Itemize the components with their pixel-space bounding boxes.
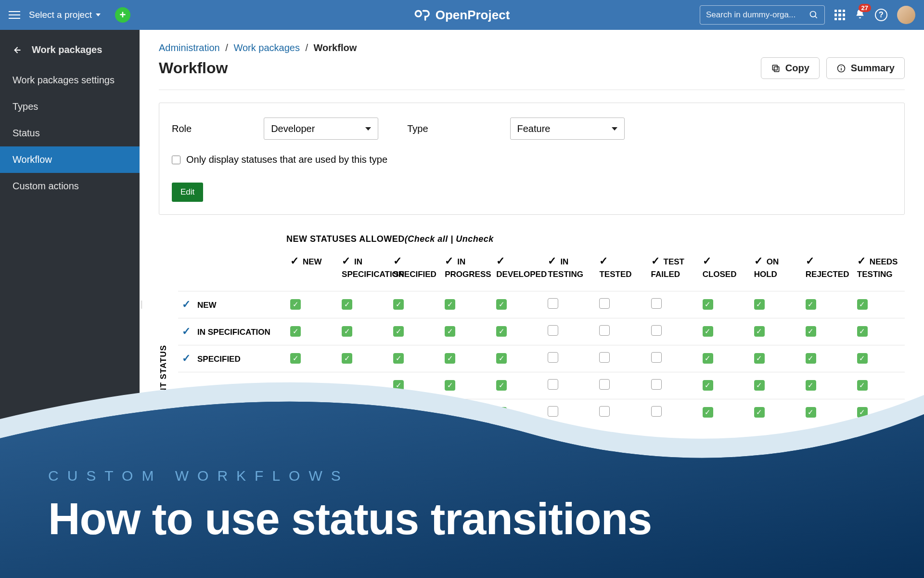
col-closed[interactable]: ✓CLOSED <box>699 254 750 291</box>
status-cell[interactable]: ✓ <box>699 291 750 318</box>
col-in-testing[interactable]: ✓IN TESTING <box>544 254 595 291</box>
col-rejected[interactable]: ✓REJECTED <box>802 254 853 291</box>
status-cell[interactable]: ✓ <box>699 399 750 426</box>
copy-button[interactable]: Copy <box>761 57 820 79</box>
col-developed[interactable]: ✓DEVELOPED <box>492 254 544 291</box>
status-cell[interactable]: ✓ <box>750 399 802 426</box>
row-header[interactable]: ✓IN SPECIFICATION <box>178 318 286 345</box>
status-cell[interactable] <box>647 372 699 399</box>
type-select[interactable]: Feature <box>510 118 625 140</box>
col-needs-testing[interactable]: ✓NEEDS TESTING <box>853 254 905 291</box>
summary-button[interactable]: Summary <box>826 57 905 79</box>
sidebar-item-custom-actions[interactable]: Custom actions <box>0 173 140 199</box>
status-cell[interactable]: ✓ <box>338 291 389 318</box>
global-search[interactable] <box>700 5 825 25</box>
status-cell[interactable]: ✓ <box>492 291 544 318</box>
status-cell[interactable]: ✓ <box>750 345 802 372</box>
status-cell[interactable] <box>595 372 647 399</box>
status-cell[interactable] <box>544 399 595 426</box>
col-tested[interactable]: ✓TESTED <box>595 254 647 291</box>
status-cell[interactable]: ✓ <box>699 318 750 345</box>
status-cell[interactable] <box>595 399 647 426</box>
status-cell[interactable] <box>286 372 338 399</box>
status-cell[interactable]: ✓ <box>286 345 338 372</box>
status-cell[interactable] <box>544 291 595 318</box>
sidebar-item-status[interactable]: Status <box>0 120 140 146</box>
status-cell[interactable]: ✓ <box>441 291 492 318</box>
status-cell[interactable]: ✓ <box>802 291 853 318</box>
status-cell[interactable]: ✓ <box>802 372 853 399</box>
new-button[interactable]: + <box>115 7 130 23</box>
col-in-progress[interactable]: ✓IN PROGRESS <box>441 254 492 291</box>
status-cell[interactable] <box>338 372 389 399</box>
search-input[interactable] <box>706 10 809 20</box>
sidebar-resize-handle[interactable]: || <box>140 299 141 309</box>
crumb-work-packages[interactable]: Work packages <box>233 42 299 53</box>
col-new[interactable]: ✓NEW <box>286 254 338 291</box>
status-cell[interactable]: ✓ <box>492 372 544 399</box>
status-cell[interactable]: ✓ <box>853 291 905 318</box>
status-cell[interactable]: ✓ <box>750 318 802 345</box>
status-cell[interactable]: ✓ <box>286 318 338 345</box>
hamburger-menu-icon[interactable] <box>9 9 20 21</box>
sidebar-item-workflow[interactable]: Workflow <box>0 146 140 173</box>
status-cell[interactable]: ✓ <box>441 345 492 372</box>
row-header[interactable]: ✓NEW <box>178 291 286 318</box>
status-cell[interactable]: ✓ <box>441 372 492 399</box>
status-cell[interactable]: ✓ <box>802 345 853 372</box>
status-cell[interactable]: ✓ <box>389 318 441 345</box>
status-cell[interactable]: ✓ <box>802 399 853 426</box>
status-cell[interactable]: ✓ <box>853 399 905 426</box>
status-cell[interactable]: ✓ <box>750 372 802 399</box>
row-header[interactable]: ✓SPECIFIED <box>178 345 286 372</box>
status-cell[interactable] <box>647 345 699 372</box>
status-cell[interactable] <box>595 318 647 345</box>
status-cell[interactable] <box>286 399 338 426</box>
crumb-administration[interactable]: Administration <box>159 42 220 53</box>
status-cell[interactable]: ✓ <box>853 345 905 372</box>
col-in-specification[interactable]: ✓IN SPECIFICATION <box>338 254 389 291</box>
apps-grid-icon[interactable] <box>834 10 845 20</box>
notifications-button[interactable]: 27 <box>855 9 865 21</box>
status-cell[interactable]: ✓ <box>750 291 802 318</box>
status-cell[interactable] <box>544 372 595 399</box>
status-cell[interactable] <box>647 318 699 345</box>
row-header[interactable] <box>178 372 286 399</box>
status-cell[interactable]: ✓ <box>338 345 389 372</box>
status-cell[interactable] <box>544 318 595 345</box>
status-cell[interactable]: ✓ <box>492 399 544 426</box>
user-avatar[interactable] <box>897 6 915 24</box>
status-cell[interactable]: ✓ <box>853 372 905 399</box>
sidebar-back[interactable]: Work packages <box>0 30 140 67</box>
status-cell[interactable] <box>595 291 647 318</box>
status-cell[interactable] <box>595 345 647 372</box>
status-cell[interactable] <box>544 345 595 372</box>
status-cell[interactable] <box>389 399 441 426</box>
status-cell[interactable]: ✓ <box>802 318 853 345</box>
status-cell[interactable]: ✓ <box>492 345 544 372</box>
status-cell[interactable]: ✓ <box>699 372 750 399</box>
only-display-checkbox[interactable] <box>172 156 180 164</box>
status-cell[interactable] <box>647 291 699 318</box>
col-specified[interactable]: ✓SPECIFIED <box>389 254 441 291</box>
col-on-hold[interactable]: ✓ON HOLD <box>750 254 802 291</box>
sidebar-item-types[interactable]: Types <box>0 93 140 120</box>
status-cell[interactable] <box>338 399 389 426</box>
project-selector[interactable]: Select a project <box>29 10 101 20</box>
status-cell[interactable]: ✓ <box>441 318 492 345</box>
status-cell[interactable]: ✓ <box>492 318 544 345</box>
status-cell[interactable]: ✓ <box>389 291 441 318</box>
status-cell[interactable]: ✓ <box>389 345 441 372</box>
status-cell[interactable]: ✓ <box>389 372 441 399</box>
row-header[interactable] <box>178 399 286 426</box>
status-cell[interactable] <box>441 399 492 426</box>
help-icon[interactable]: ? <box>875 9 887 21</box>
status-cell[interactable]: ✓ <box>286 291 338 318</box>
col-test-failed[interactable]: ✓TEST FAILED <box>647 254 699 291</box>
status-cell[interactable] <box>647 399 699 426</box>
status-cell[interactable]: ✓ <box>338 318 389 345</box>
sidebar-item-work-packages-settings[interactable]: Work packages settings <box>0 67 140 93</box>
edit-button[interactable]: Edit <box>172 183 203 202</box>
status-cell[interactable]: ✓ <box>853 318 905 345</box>
status-cell[interactable]: ✓ <box>699 345 750 372</box>
